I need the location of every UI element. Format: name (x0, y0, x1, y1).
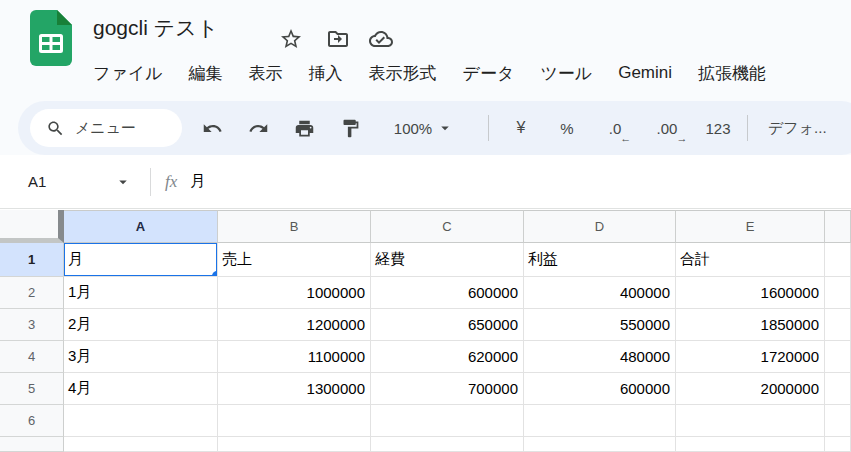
cell-C1[interactable]: 経費 (371, 243, 524, 277)
menu-bar: ファイル編集表示挿入表示形式データツールGemini拡張機能 (80, 56, 779, 90)
toolbar-divider (747, 115, 748, 141)
column-header-F[interactable] (825, 210, 851, 243)
paint-format-button[interactable] (328, 108, 372, 148)
cell-C3[interactable]: 650000 (371, 309, 524, 341)
menu-item-1[interactable]: ファイル (80, 62, 176, 85)
cell-A4[interactable]: 3月 (64, 341, 218, 373)
name-box[interactable]: A1 (0, 173, 140, 191)
format-percent-button[interactable]: % (545, 108, 589, 148)
formula-bar-divider (150, 168, 151, 196)
cell-F1[interactable] (825, 243, 851, 277)
cell-B6[interactable] (218, 405, 371, 437)
cell-C6[interactable] (371, 405, 524, 437)
move-to-folder-icon[interactable] (326, 27, 350, 51)
cell-C7[interactable] (371, 437, 524, 452)
fx-icon: fx (165, 172, 177, 192)
cell-F4[interactable] (825, 341, 851, 373)
grid: ABCDE1月売上経費利益合計21月1000000600000400000160… (0, 210, 851, 452)
font-select[interactable]: デフォ... (756, 108, 839, 148)
column-header-D[interactable]: D (524, 210, 676, 243)
cell-F2[interactable] (825, 277, 851, 309)
undo-button[interactable] (190, 108, 234, 148)
cell-A5[interactable]: 4月 (64, 373, 218, 405)
fill-handle[interactable] (212, 271, 218, 277)
column-header-B[interactable]: B (218, 210, 371, 243)
row-header-7[interactable] (0, 437, 64, 452)
star-icon[interactable] (279, 27, 303, 51)
cell-D6[interactable] (524, 405, 676, 437)
cell-F5[interactable] (825, 373, 851, 405)
cell-B1[interactable]: 売上 (218, 243, 371, 277)
cell-B7[interactable] (218, 437, 371, 452)
cell-A3[interactable]: 2月 (64, 309, 218, 341)
cell-reference: A1 (28, 173, 46, 190)
menu-item-9[interactable]: 拡張機能 (685, 62, 779, 85)
row-header-1[interactable]: 1 (0, 243, 64, 277)
paint-format-icon (340, 118, 361, 139)
cell-D5[interactable]: 600000 (524, 373, 676, 405)
cell-D3[interactable]: 550000 (524, 309, 676, 341)
row-header-5[interactable]: 5 (0, 373, 64, 405)
format-currency-button[interactable]: ¥ (499, 108, 543, 148)
row-header-4[interactable]: 4 (0, 341, 64, 373)
row-header-3[interactable]: 3 (0, 309, 64, 341)
menu-item-5[interactable]: 表示形式 (356, 62, 450, 85)
cell-D2[interactable]: 400000 (524, 277, 676, 309)
formula-bar: A1 fx 月 (0, 155, 851, 209)
column-header-C[interactable]: C (371, 210, 524, 243)
cell-D4[interactable]: 480000 (524, 341, 676, 373)
menu-item-4[interactable]: 挿入 (296, 62, 356, 85)
cell-D1[interactable]: 利益 (524, 243, 676, 277)
cell-F3[interactable] (825, 309, 851, 341)
cell-C5[interactable]: 700000 (371, 373, 524, 405)
cell-D7[interactable] (524, 437, 676, 452)
print-icon (294, 118, 315, 139)
row-header-2[interactable]: 2 (0, 277, 64, 309)
menu-item-7[interactable]: ツール (527, 62, 605, 85)
cell-E5[interactable]: 2000000 (676, 373, 825, 405)
menu-item-2[interactable]: 編集 (176, 62, 236, 85)
redo-button[interactable] (236, 108, 280, 148)
column-header-A[interactable]: A (64, 210, 218, 243)
more-formats-button[interactable]: 123 (695, 108, 741, 148)
cell-B3[interactable]: 1200000 (218, 309, 371, 341)
cell-E4[interactable]: 1720000 (676, 341, 825, 373)
document-title[interactable]: gogcli テスト (93, 14, 218, 42)
cell-A2[interactable]: 1月 (64, 277, 218, 309)
cell-E2[interactable]: 1600000 (676, 277, 825, 309)
zoom-select[interactable]: 100% (376, 108, 472, 148)
increase-decimal-button[interactable]: .00→ (641, 108, 693, 148)
cell-C4[interactable]: 620000 (371, 341, 524, 373)
menu-item-6[interactable]: データ (450, 62, 528, 85)
menu-item-3[interactable]: 表示 (236, 62, 296, 85)
cell-E3[interactable]: 1850000 (676, 309, 825, 341)
menu-item-8[interactable]: Gemini (605, 63, 685, 83)
cell-B2[interactable]: 1000000 (218, 277, 371, 309)
column-header-E[interactable]: E (676, 210, 825, 243)
chevron-down-icon (114, 173, 132, 191)
search-menus-label: メニュー (75, 119, 136, 138)
cell-A7[interactable] (64, 437, 218, 452)
undo-icon (202, 118, 223, 139)
cell-E1[interactable]: 合計 (676, 243, 825, 277)
cell-B4[interactable]: 1100000 (218, 341, 371, 373)
cell-C2[interactable]: 600000 (371, 277, 524, 309)
formula-input[interactable]: 月 (190, 172, 205, 191)
cloud-saved-icon[interactable] (369, 27, 393, 51)
cell-B5[interactable]: 1300000 (218, 373, 371, 405)
cell-A1[interactable]: 月 (64, 243, 218, 277)
search-menus-button[interactable]: メニュー (30, 109, 182, 147)
row-header-6[interactable]: 6 (0, 405, 64, 437)
cell-F6[interactable] (825, 405, 851, 437)
select-all-corner[interactable] (0, 210, 64, 243)
print-button[interactable] (282, 108, 326, 148)
cell-E7[interactable] (676, 437, 825, 452)
cell-F7[interactable] (825, 437, 851, 452)
chevron-down-icon (436, 119, 454, 137)
spreadsheet-app: gogcli テスト ファイル編集表示挿入表示形式データツールGemini拡張機… (0, 0, 851, 452)
sheets-logo-icon[interactable] (30, 10, 72, 66)
cell-E6[interactable] (676, 405, 825, 437)
decrease-decimal-button[interactable]: .0← (591, 108, 639, 148)
cell-A6[interactable] (64, 405, 218, 437)
redo-icon (248, 118, 269, 139)
